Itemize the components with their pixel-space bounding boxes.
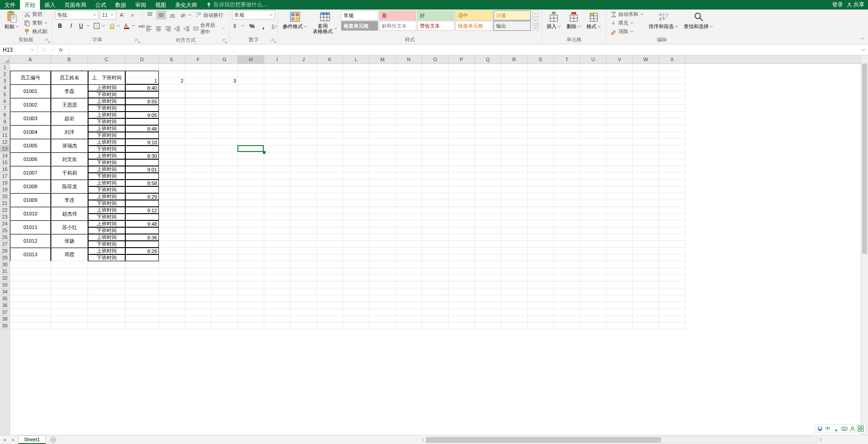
cell-J39[interactable]: [291, 322, 317, 329]
cell-X14[interactable]: [659, 152, 686, 159]
cell-T36[interactable]: [554, 302, 580, 309]
cell-F31[interactable]: [185, 268, 212, 275]
gallery-more[interactable]: [533, 24, 539, 30]
cell-X16[interactable]: [659, 166, 686, 173]
cell-R19[interactable]: [501, 186, 528, 193]
row-header-32[interactable]: 32: [0, 275, 10, 282]
cell-A33[interactable]: [10, 282, 51, 288]
cell-N10[interactable]: [396, 125, 422, 132]
cell-P37[interactable]: [449, 309, 475, 316]
cell-S39[interactable]: [528, 322, 554, 329]
cell-F37[interactable]: [185, 309, 212, 316]
cell-W33[interactable]: [633, 282, 659, 288]
cell-N26[interactable]: [396, 234, 422, 241]
cell-L26[interactable]: [343, 234, 370, 241]
cell-M8[interactable]: [370, 112, 396, 118]
cell-Q24[interactable]: [475, 220, 501, 227]
cell-W35[interactable]: [633, 295, 659, 302]
cell-S16[interactable]: [528, 166, 554, 173]
cell-A20[interactable]: 01009: [10, 193, 51, 207]
cell-D37[interactable]: [125, 309, 159, 316]
cell-A35[interactable]: [10, 295, 51, 302]
cell-J35[interactable]: [291, 295, 317, 302]
cell-L39[interactable]: [343, 322, 370, 329]
menu-tab-审阅[interactable]: 审阅: [131, 0, 151, 10]
cell-K17[interactable]: [317, 173, 343, 180]
cell-V31[interactable]: [607, 268, 633, 275]
increase-indent-button[interactable]: [182, 24, 191, 33]
cell-H23[interactable]: [238, 214, 264, 220]
cell-T18[interactable]: [554, 180, 580, 186]
cell-A4[interactable]: 01001: [10, 84, 51, 98]
cell-H35[interactable]: [238, 295, 264, 302]
cell-A38[interactable]: [10, 316, 51, 322]
cell-H32[interactable]: [238, 275, 264, 282]
cell-N21[interactable]: [396, 200, 422, 207]
login-link[interactable]: 登录: [832, 1, 843, 9]
cell-R37[interactable]: [501, 309, 528, 316]
cell-K18[interactable]: [317, 180, 343, 186]
cell-L15[interactable]: [343, 159, 370, 166]
cell-T24[interactable]: [554, 220, 580, 227]
cell-C27[interactable]: 下班时间: [88, 241, 125, 248]
cell-Q1[interactable]: [475, 64, 501, 71]
cell-J38[interactable]: [291, 316, 317, 322]
bold-button[interactable]: B: [55, 21, 65, 30]
cell-K29[interactable]: [317, 254, 343, 261]
cell-M10[interactable]: [370, 125, 396, 132]
cell-G4[interactable]: [212, 84, 238, 91]
cell-O20[interactable]: [422, 193, 449, 200]
cell-U29[interactable]: [580, 254, 607, 261]
cell-E30[interactable]: [159, 261, 185, 268]
cell-R25[interactable]: [501, 227, 528, 234]
cell-X10[interactable]: [659, 125, 686, 132]
cell-I13[interactable]: [264, 146, 291, 152]
cell-T37[interactable]: [554, 309, 580, 316]
cell-S30[interactable]: [528, 261, 554, 268]
cell-M23[interactable]: [370, 214, 396, 220]
cell-D23[interactable]: [125, 214, 159, 220]
cell-P29[interactable]: [449, 254, 475, 261]
cell-L16[interactable]: [343, 166, 370, 173]
cell-Q23[interactable]: [475, 214, 501, 220]
cell-D24[interactable]: 9:48: [125, 220, 159, 227]
cell-Q4[interactable]: [475, 84, 501, 91]
menu-tab-开始[interactable]: 开始: [20, 0, 40, 10]
cell-R35[interactable]: [501, 295, 528, 302]
cell-R16[interactable]: [501, 166, 528, 173]
cell-T32[interactable]: [554, 275, 580, 282]
cell-G14[interactable]: [212, 152, 238, 159]
cell-R3[interactable]: [501, 78, 528, 84]
cell-O11[interactable]: [422, 132, 449, 139]
cell-E26[interactable]: [159, 234, 185, 241]
cell-G35[interactable]: [212, 295, 238, 302]
cell-J31[interactable]: [291, 268, 317, 275]
cell-H2[interactable]: [238, 71, 264, 78]
cell-E18[interactable]: [159, 180, 185, 186]
cell-C22[interactable]: 上班时间: [88, 207, 125, 214]
cell-A10[interactable]: 01004: [10, 125, 51, 139]
cell-M22[interactable]: [370, 207, 396, 214]
cell-J11[interactable]: [291, 132, 317, 139]
cell-E39[interactable]: [159, 322, 185, 329]
cell-O38[interactable]: [422, 316, 449, 322]
col-header-X[interactable]: X: [659, 55, 686, 63]
cell-M20[interactable]: [370, 193, 396, 200]
cell-H28[interactable]: [238, 248, 264, 254]
cell-Q20[interactable]: [475, 193, 501, 200]
add-sheet-button[interactable]: [49, 436, 58, 444]
cell-W5[interactable]: [633, 91, 659, 98]
tell-me-search[interactable]: 告诉我您想要做什么…: [202, 0, 272, 10]
cell-A6[interactable]: 01002: [10, 98, 51, 112]
cell-V38[interactable]: [607, 316, 633, 322]
cell-L9[interactable]: [343, 118, 370, 125]
cell-N5[interactable]: [396, 91, 422, 98]
cell-L37[interactable]: [343, 309, 370, 316]
cell-M7[interactable]: [370, 105, 396, 112]
cell-P28[interactable]: [449, 248, 475, 254]
cell-A26[interactable]: 01012: [10, 234, 51, 248]
cell-O8[interactable]: [422, 112, 449, 118]
horizontal-scrollbar[interactable]: [426, 437, 818, 443]
cell-S1[interactable]: [528, 64, 554, 71]
cell-R6[interactable]: [501, 98, 528, 105]
